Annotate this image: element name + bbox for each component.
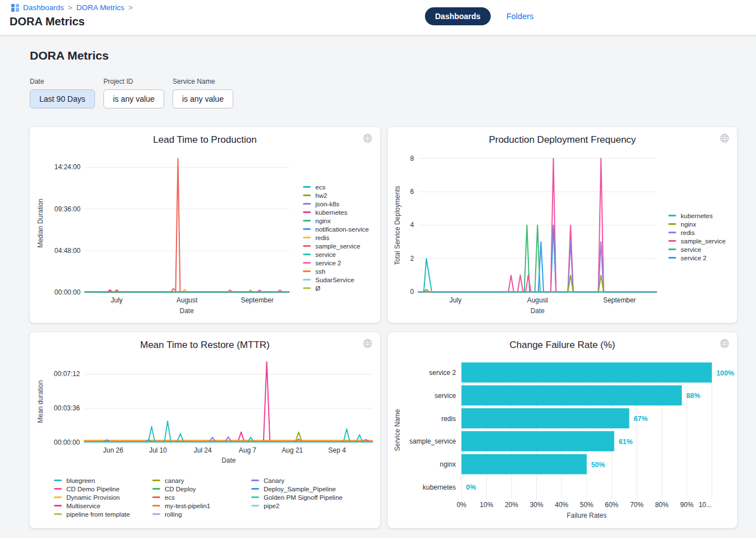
legend-item[interactable]: notification-service: [303, 225, 369, 233]
legend-swatch: [303, 254, 311, 255]
legend-item[interactable]: ecs: [152, 493, 251, 501]
legend-item[interactable]: Ø: [303, 284, 369, 292]
legend-label: sample_service: [681, 238, 726, 245]
legend-item[interactable]: Golden PM Signoff Pipeline: [251, 493, 342, 501]
svg-text:90%: 90%: [680, 501, 694, 509]
service-name-filter-button[interactable]: is any value: [173, 89, 233, 108]
legend-item[interactable]: sample_service: [303, 242, 369, 250]
legend-item[interactable]: canary: [152, 476, 251, 485]
tab-folders[interactable]: Folders: [506, 12, 533, 21]
legend-swatch: [303, 228, 311, 230]
legend-label: nginx: [315, 218, 331, 224]
legend-item[interactable]: sample_service: [668, 237, 726, 245]
svg-text:September: September: [241, 296, 274, 304]
legend-item[interactable]: SudarService: [303, 275, 369, 284]
filter-date-label: Date: [30, 78, 95, 85]
chart-card-mttr: Mean Time to Restore (MTTR) 00:00:0000:0…: [29, 332, 381, 528]
legend-swatch: [54, 488, 62, 490]
svg-text:10%: 10%: [480, 501, 494, 509]
legend-label: Ø: [315, 285, 320, 292]
legend-swatch: [668, 240, 676, 242]
legend-item[interactable]: kubernetes: [668, 211, 726, 220]
legend-label: Canary: [264, 477, 284, 484]
legend-swatch: [303, 220, 311, 221]
legend-label: nginx: [681, 221, 696, 228]
breadcrumb-separator: >: [128, 3, 133, 12]
legend-item[interactable]: bluegreen: [54, 476, 152, 485]
legend-label: ssh: [315, 268, 325, 275]
legend-swatch: [303, 195, 311, 196]
svg-text:0: 0: [410, 288, 414, 296]
lead-time-legend: ecshw2json-k8skubernetesnginxnotificatio…: [303, 183, 369, 292]
svg-text:service: service: [434, 392, 456, 400]
breadcrumb-dashboards[interactable]: Dashboards: [23, 3, 64, 12]
legend-label: Dynamic Provision: [66, 494, 120, 501]
legend-label: kubernetes: [315, 209, 347, 216]
legend-label: hw2: [315, 192, 327, 199]
legend-item[interactable]: CD Deploy: [152, 485, 251, 493]
legend-label: my-test-pipelin1: [165, 503, 210, 509]
legend-item[interactable]: nginx: [668, 220, 726, 228]
legend-item[interactable]: CD Demo Pipeline: [54, 485, 152, 493]
legend-item[interactable]: ssh: [303, 267, 369, 275]
legend-label: CD Demo Pipeline: [66, 486, 120, 492]
legend-item[interactable]: hw2: [303, 191, 369, 200]
filter-date: Date Last 90 Days: [30, 78, 95, 108]
svg-text:Aug 7: Aug 7: [239, 446, 257, 454]
legend-label: service 2: [315, 260, 341, 266]
date-filter-button[interactable]: Last 90 Days: [30, 89, 95, 108]
legend-item[interactable]: Canary: [251, 476, 342, 485]
legend-item[interactable]: service: [668, 245, 726, 254]
svg-text:00:07:12: 00:07:12: [54, 370, 80, 378]
chart-card-deployment-frequency: Production Deployment Frequency 02468Jul…: [387, 126, 737, 323]
filter-service-name: Service Name is any value: [173, 78, 233, 108]
legend-swatch: [668, 215, 676, 216]
legend-item[interactable]: Deploy_Sample_Pipeline: [251, 485, 342, 493]
svg-text:service 2: service 2: [429, 369, 456, 377]
legend-swatch: [303, 287, 311, 289]
legend-swatch: [152, 488, 160, 490]
svg-text:nginx: nginx: [440, 460, 456, 468]
legend-swatch: [303, 237, 311, 238]
svg-text:sample_service: sample_service: [409, 437, 456, 445]
legend-swatch: [54, 496, 62, 498]
legend-label: sample_service: [315, 243, 360, 250]
legend-swatch: [54, 513, 62, 515]
legend-item[interactable]: service 2: [303, 259, 369, 267]
legend-label: redis: [681, 229, 695, 236]
filter-project-id-label: Project ID: [103, 78, 164, 85]
legend-label: json-k8s: [315, 201, 339, 207]
legend-label: Multiservice: [66, 503, 101, 509]
svg-text:04:48:00: 04:48:00: [55, 247, 81, 255]
svg-text:09:36:00: 09:36:00: [55, 205, 81, 213]
legend-item[interactable]: kubernetes: [303, 208, 369, 216]
legend-item[interactable]: ecs: [303, 183, 369, 191]
legend-item[interactable]: nginx: [303, 216, 369, 225]
legend-swatch: [251, 496, 259, 498]
legend-item[interactable]: Dynamic Provision: [54, 493, 152, 501]
filter-service-name-label: Service Name: [173, 78, 233, 85]
legend-swatch: [303, 270, 311, 272]
legend-label: ecs: [165, 494, 175, 501]
legend-item[interactable]: my-test-pipelin1: [152, 501, 251, 510]
svg-text:Failure Rates: Failure Rates: [567, 512, 606, 519]
legend-item[interactable]: pipe2: [251, 501, 342, 510]
legend-item[interactable]: redis: [303, 233, 369, 242]
legend-label: pipe2: [264, 503, 279, 509]
legend-item[interactable]: service: [303, 250, 369, 259]
legend-item[interactable]: pipeline from template: [54, 510, 152, 518]
legend-item[interactable]: json-k8s: [303, 200, 369, 208]
legend-item[interactable]: Multiservice: [54, 501, 152, 510]
legend-swatch: [251, 480, 259, 481]
legend-item[interactable]: rolling: [152, 510, 251, 518]
svg-text:Sep 4: Sep 4: [328, 446, 346, 454]
tab-dashboards[interactable]: Dashboards: [425, 7, 491, 25]
deployment-frequency-legend: kubernetesnginxredissample_serviceservic…: [668, 211, 726, 262]
breadcrumb-dora-metrics[interactable]: DORA Metrics: [76, 3, 125, 12]
project-id-filter-button[interactable]: is any value: [103, 89, 164, 108]
legend-item[interactable]: service 2: [668, 254, 726, 262]
change-failure-rate-chart[interactable]: 0%10%20%30%40%50%60%70%80%90%10...servic…: [388, 332, 737, 528]
legend-label: canary: [165, 477, 184, 484]
dora-metrics-page: Dashboards > DORA Metrics > DORA Metrics…: [0, 0, 756, 538]
legend-item[interactable]: redis: [668, 228, 726, 237]
